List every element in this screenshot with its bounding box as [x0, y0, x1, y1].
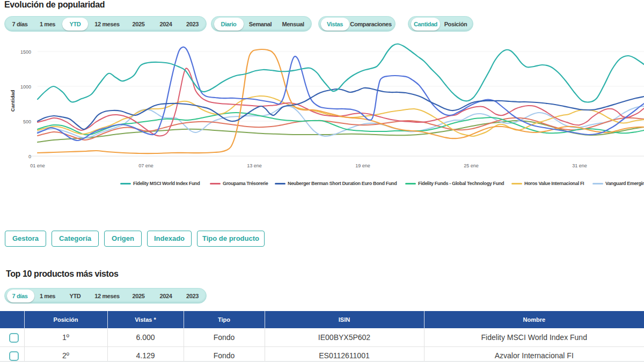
- svg-text:1000: 1000: [20, 84, 31, 90]
- svg-text:500: 500: [23, 119, 31, 124]
- svg-text:07 ene: 07 ene: [138, 163, 153, 168]
- svg-text:19 ene: 19 ene: [355, 163, 370, 168]
- svg-text:Cantidad: Cantidad: [10, 90, 16, 112]
- svg-text:31 ene: 31 ene: [572, 163, 587, 168]
- svg-text:25 ene: 25 ene: [464, 163, 479, 168]
- svg-text:01 ene: 01 ene: [30, 163, 45, 168]
- svg-text:1500: 1500: [20, 49, 31, 55]
- svg-text:13 ene: 13 ene: [247, 163, 262, 168]
- svg-text:0: 0: [28, 154, 31, 159]
